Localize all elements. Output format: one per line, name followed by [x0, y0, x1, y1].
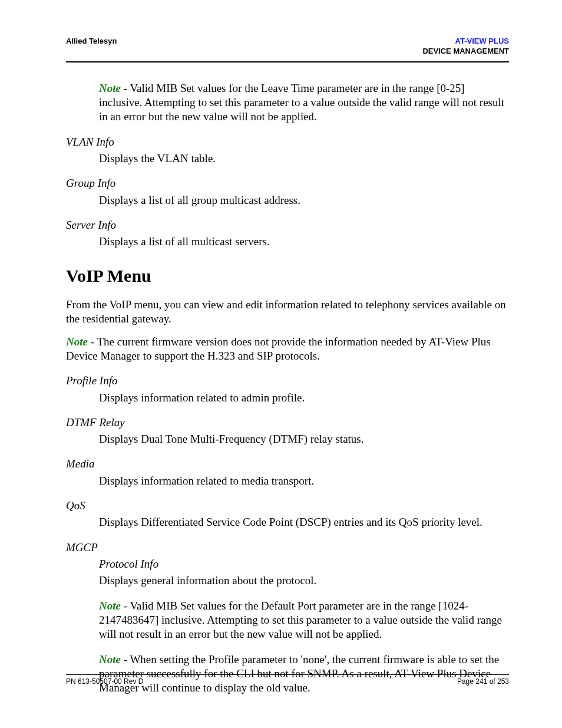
desc: Displays a list of all multicast servers…	[99, 235, 509, 249]
desc: Displays a list of all group multicast a…	[99, 193, 509, 207]
note-label: Note	[99, 82, 121, 94]
def-vlan-info: VLAN Info Displays the VLAN table.	[66, 135, 509, 166]
page-header: Allied Telesyn AT-VIEW PLUS DEVICE MANAG…	[66, 37, 509, 62]
voip-note: Note - The current firmware version does…	[66, 335, 509, 364]
term: Media	[66, 457, 509, 471]
desc: Displays information related to media tr…	[99, 474, 509, 488]
footer-left: PN 613-50507-00 Rev D	[66, 677, 143, 686]
section-heading-voip-menu: VoIP Menu	[66, 265, 509, 287]
def-media: Media Displays information related to me…	[66, 457, 509, 488]
desc: Displays information related to admin pr…	[99, 391, 509, 405]
term: MGCP	[66, 541, 509, 555]
voip-intro: From the VoIP menu, you can view and edi…	[66, 298, 509, 327]
mgcp-note-default-port: Note - Valid MIB Set values for the Defa…	[99, 599, 509, 642]
page-body: Note - Valid MIB Set values for the Leav…	[66, 81, 509, 696]
term: Server Info	[66, 218, 509, 232]
desc: Displays Dual Tone Multi-Frequency (DTMF…	[99, 432, 509, 446]
header-right: AT-VIEW PLUS DEVICE MANAGEMENT	[422, 37, 509, 57]
term: DTMF Relay	[66, 416, 509, 430]
sub-desc: Displays general information about the p…	[99, 574, 509, 588]
def-dtmf-relay: DTMF Relay Displays Dual Tone Multi-Freq…	[66, 416, 509, 447]
term: Group Info	[66, 176, 509, 190]
desc: Displays the VLAN table.	[99, 151, 509, 166]
def-group-info: Group Info Displays a list of all group …	[66, 176, 509, 207]
note-label: Note	[66, 335, 88, 348]
sub-term: Protocol Info	[99, 557, 509, 571]
def-profile-info: Profile Info Displays information relate…	[66, 374, 509, 405]
header-left: Allied Telesyn	[66, 37, 117, 45]
def-mgcp: MGCP Protocol Info Displays general info…	[66, 541, 509, 696]
note-label: Note	[99, 599, 121, 612]
term: QoS	[66, 499, 509, 513]
header-brand: AT-VIEW PLUS	[422, 37, 509, 47]
term: Profile Info	[66, 374, 509, 388]
page: Allied Telesyn AT-VIEW PLUS DEVICE MANAG…	[0, 0, 562, 728]
note-label: Note	[99, 653, 121, 666]
note-text: - Valid MIB Set values for the Default P…	[99, 599, 502, 641]
header-section: DEVICE MANAGEMENT	[422, 47, 509, 57]
def-server-info: Server Info Displays a list of all multi…	[66, 218, 509, 249]
note-text: - When setting the Profile parameter to …	[99, 653, 499, 694]
desc: Displays Differentiated Service Code Poi…	[99, 515, 509, 529]
def-qos: QoS Displays Differentiated Service Code…	[66, 499, 509, 530]
leave-time-note: Note - Valid MIB Set values for the Leav…	[99, 81, 509, 124]
note-text: - The current firmware version does not …	[66, 335, 491, 362]
note-text: - Valid MIB Set values for the Leave Tim…	[99, 82, 504, 123]
footer-right: Page 241 of 253	[457, 677, 509, 686]
page-footer: PN 613-50507-00 Rev D Page 241 of 253	[66, 674, 509, 686]
term: VLAN Info	[66, 135, 509, 149]
